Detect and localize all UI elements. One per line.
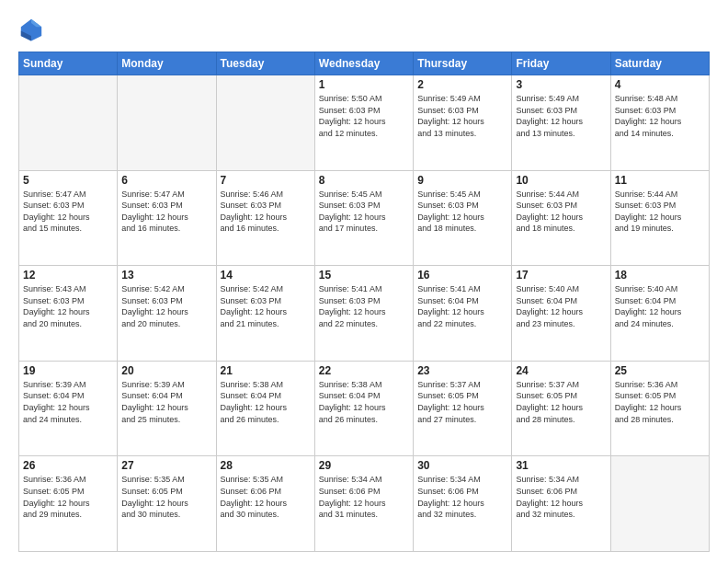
- cell-info: Sunrise: 5:34 AM Sunset: 6:06 PM Dayligh…: [319, 474, 409, 520]
- calendar-cell: [216, 75, 314, 171]
- day-number: 2: [417, 78, 507, 91]
- day-number: 10: [516, 174, 606, 187]
- cell-info: Sunrise: 5:37 AM Sunset: 6:05 PM Dayligh…: [417, 379, 507, 425]
- calendar-week-3: 19Sunrise: 5:39 AM Sunset: 6:04 PM Dayli…: [19, 361, 710, 456]
- col-header-wednesday: Wednesday: [314, 52, 413, 75]
- day-number: 26: [23, 459, 113, 472]
- calendar-cell: 23Sunrise: 5:37 AM Sunset: 6:05 PM Dayli…: [414, 361, 512, 456]
- day-number: 31: [516, 459, 606, 472]
- calendar-cell: 9Sunrise: 5:45 AM Sunset: 6:03 PM Daylig…: [414, 170, 512, 266]
- calendar-cell: 2Sunrise: 5:49 AM Sunset: 6:03 PM Daylig…: [414, 75, 512, 171]
- calendar-cell: 30Sunrise: 5:34 AM Sunset: 6:06 PM Dayli…: [414, 456, 512, 552]
- calendar-week-0: 1Sunrise: 5:50 AM Sunset: 6:03 PM Daylig…: [19, 75, 710, 171]
- day-number: 1: [319, 78, 409, 91]
- cell-info: Sunrise: 5:50 AM Sunset: 6:03 PM Dayligh…: [319, 93, 409, 139]
- calendar-cell: 15Sunrise: 5:41 AM Sunset: 6:03 PM Dayli…: [314, 266, 413, 362]
- calendar-cell: 24Sunrise: 5:37 AM Sunset: 6:05 PM Dayli…: [512, 361, 610, 456]
- cell-info: Sunrise: 5:35 AM Sunset: 6:05 PM Dayligh…: [121, 474, 211, 520]
- cell-info: Sunrise: 5:34 AM Sunset: 6:06 PM Dayligh…: [516, 474, 606, 520]
- calendar-week-2: 12Sunrise: 5:43 AM Sunset: 6:03 PM Dayli…: [19, 266, 710, 362]
- day-number: 23: [417, 364, 507, 377]
- cell-info: Sunrise: 5:44 AM Sunset: 6:03 PM Dayligh…: [615, 189, 705, 235]
- day-number: 29: [319, 459, 409, 472]
- day-number: 11: [615, 174, 705, 187]
- calendar-cell: 21Sunrise: 5:38 AM Sunset: 6:04 PM Dayli…: [216, 361, 314, 456]
- calendar-cell: 1Sunrise: 5:50 AM Sunset: 6:03 PM Daylig…: [314, 75, 413, 171]
- calendar-cell: 5Sunrise: 5:47 AM Sunset: 6:03 PM Daylig…: [19, 170, 118, 266]
- day-number: 13: [121, 269, 211, 282]
- day-number: 5: [23, 174, 113, 187]
- cell-info: Sunrise: 5:48 AM Sunset: 6:03 PM Dayligh…: [615, 93, 705, 139]
- day-number: 30: [417, 459, 507, 472]
- cell-info: Sunrise: 5:34 AM Sunset: 6:06 PM Dayligh…: [417, 474, 507, 520]
- cell-info: Sunrise: 5:44 AM Sunset: 6:03 PM Dayligh…: [516, 189, 606, 235]
- calendar-cell: 10Sunrise: 5:44 AM Sunset: 6:03 PM Dayli…: [512, 170, 610, 266]
- calendar-cell: 11Sunrise: 5:44 AM Sunset: 6:03 PM Dayli…: [610, 170, 709, 266]
- cell-info: Sunrise: 5:42 AM Sunset: 6:03 PM Dayligh…: [121, 283, 211, 329]
- cell-info: Sunrise: 5:45 AM Sunset: 6:03 PM Dayligh…: [417, 189, 507, 235]
- cell-info: Sunrise: 5:41 AM Sunset: 6:04 PM Dayligh…: [417, 283, 507, 329]
- day-number: 27: [121, 459, 211, 472]
- day-number: 16: [417, 269, 507, 282]
- cell-info: Sunrise: 5:47 AM Sunset: 6:03 PM Dayligh…: [23, 189, 113, 235]
- day-number: 7: [221, 174, 311, 187]
- day-number: 15: [319, 269, 409, 282]
- day-number: 3: [516, 78, 606, 91]
- calendar-cell: 6Sunrise: 5:47 AM Sunset: 6:03 PM Daylig…: [118, 170, 216, 266]
- cell-info: Sunrise: 5:49 AM Sunset: 6:03 PM Dayligh…: [417, 93, 507, 139]
- cell-info: Sunrise: 5:40 AM Sunset: 6:04 PM Dayligh…: [615, 283, 705, 329]
- calendar-cell: [610, 456, 709, 552]
- col-header-sunday: Sunday: [19, 52, 118, 75]
- day-number: 12: [23, 269, 113, 282]
- cell-info: Sunrise: 5:46 AM Sunset: 6:03 PM Dayligh…: [221, 189, 311, 235]
- day-number: 18: [615, 269, 705, 282]
- logo: [18, 17, 48, 42]
- cell-info: Sunrise: 5:43 AM Sunset: 6:03 PM Dayligh…: [23, 283, 113, 329]
- cell-info: Sunrise: 5:36 AM Sunset: 6:05 PM Dayligh…: [615, 379, 705, 425]
- logo-icon: [18, 17, 44, 42]
- col-header-monday: Monday: [118, 52, 216, 75]
- day-number: 14: [221, 269, 311, 282]
- col-header-friday: Friday: [512, 52, 610, 75]
- cell-info: Sunrise: 5:35 AM Sunset: 6:06 PM Dayligh…: [221, 474, 311, 520]
- calendar-cell: 28Sunrise: 5:35 AM Sunset: 6:06 PM Dayli…: [216, 456, 314, 552]
- calendar-cell: [118, 75, 216, 171]
- cell-info: Sunrise: 5:49 AM Sunset: 6:03 PM Dayligh…: [516, 93, 606, 139]
- cell-info: Sunrise: 5:38 AM Sunset: 6:04 PM Dayligh…: [319, 379, 409, 425]
- day-number: 8: [319, 174, 409, 187]
- cell-info: Sunrise: 5:45 AM Sunset: 6:03 PM Dayligh…: [319, 189, 409, 235]
- day-number: 9: [417, 174, 507, 187]
- calendar-cell: 31Sunrise: 5:34 AM Sunset: 6:06 PM Dayli…: [512, 456, 610, 552]
- cell-info: Sunrise: 5:47 AM Sunset: 6:03 PM Dayligh…: [121, 189, 211, 235]
- calendar-cell: 16Sunrise: 5:41 AM Sunset: 6:04 PM Dayli…: [414, 266, 512, 362]
- calendar-cell: 17Sunrise: 5:40 AM Sunset: 6:04 PM Dayli…: [512, 266, 610, 362]
- cell-info: Sunrise: 5:38 AM Sunset: 6:04 PM Dayligh…: [221, 379, 311, 425]
- col-header-thursday: Thursday: [414, 52, 512, 75]
- header: [18, 17, 710, 42]
- calendar-cell: 25Sunrise: 5:36 AM Sunset: 6:05 PM Dayli…: [610, 361, 709, 456]
- calendar-cell: 14Sunrise: 5:42 AM Sunset: 6:03 PM Dayli…: [216, 266, 314, 362]
- col-header-saturday: Saturday: [610, 52, 709, 75]
- day-number: 21: [221, 364, 311, 377]
- calendar-week-1: 5Sunrise: 5:47 AM Sunset: 6:03 PM Daylig…: [19, 170, 710, 266]
- cell-info: Sunrise: 5:37 AM Sunset: 6:05 PM Dayligh…: [516, 379, 606, 425]
- calendar-table: SundayMondayTuesdayWednesdayThursdayFrid…: [18, 52, 710, 552]
- calendar-cell: 7Sunrise: 5:46 AM Sunset: 6:03 PM Daylig…: [216, 170, 314, 266]
- calendar-header-row: SundayMondayTuesdayWednesdayThursdayFrid…: [19, 52, 710, 75]
- calendar-cell: 12Sunrise: 5:43 AM Sunset: 6:03 PM Dayli…: [19, 266, 118, 362]
- col-header-tuesday: Tuesday: [216, 52, 314, 75]
- day-number: 6: [121, 174, 211, 187]
- day-number: 4: [615, 78, 705, 91]
- cell-info: Sunrise: 5:42 AM Sunset: 6:03 PM Dayligh…: [221, 283, 311, 329]
- day-number: 25: [615, 364, 705, 377]
- cell-info: Sunrise: 5:39 AM Sunset: 6:04 PM Dayligh…: [121, 379, 211, 425]
- calendar-cell: 20Sunrise: 5:39 AM Sunset: 6:04 PM Dayli…: [118, 361, 216, 456]
- calendar-cell: 3Sunrise: 5:49 AM Sunset: 6:03 PM Daylig…: [512, 75, 610, 171]
- calendar-cell: 26Sunrise: 5:36 AM Sunset: 6:05 PM Dayli…: [19, 456, 118, 552]
- cell-info: Sunrise: 5:40 AM Sunset: 6:04 PM Dayligh…: [516, 283, 606, 329]
- cell-info: Sunrise: 5:41 AM Sunset: 6:03 PM Dayligh…: [319, 283, 409, 329]
- cell-info: Sunrise: 5:39 AM Sunset: 6:04 PM Dayligh…: [23, 379, 113, 425]
- calendar-cell: 13Sunrise: 5:42 AM Sunset: 6:03 PM Dayli…: [118, 266, 216, 362]
- page: SundayMondayTuesdayWednesdayThursdayFrid…: [0, 0, 728, 563]
- calendar-cell: 4Sunrise: 5:48 AM Sunset: 6:03 PM Daylig…: [610, 75, 709, 171]
